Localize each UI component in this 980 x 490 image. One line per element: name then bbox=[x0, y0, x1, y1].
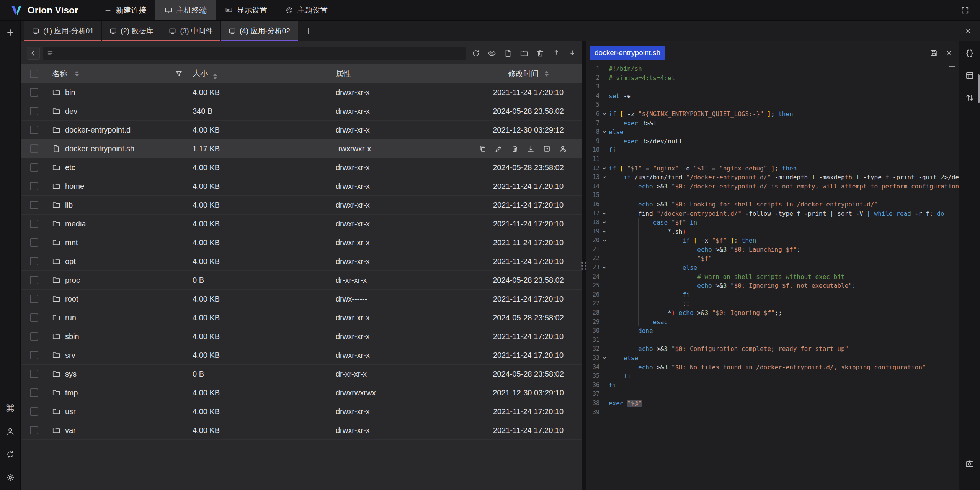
row-action-copy-button[interactable] bbox=[477, 143, 488, 154]
file-row-mnt[interactable]: mnt4.00 KBdrwxr-xr-x2021-11-24 17:20:10 bbox=[21, 233, 582, 252]
save-button[interactable] bbox=[928, 47, 939, 59]
refresh-button[interactable] bbox=[469, 47, 482, 60]
file-row-opt[interactable]: opt4.00 KBdrwxr-xr-x2021-11-24 17:20:10 bbox=[21, 252, 582, 271]
settings-button[interactable] bbox=[3, 470, 18, 485]
row-checkbox[interactable] bbox=[30, 238, 38, 247]
column-header-name[interactable]: 名称 bbox=[52, 69, 67, 79]
screenshot-button[interactable] bbox=[962, 456, 977, 471]
fullscreen-button[interactable] bbox=[959, 4, 972, 17]
row-action-edit-button[interactable] bbox=[493, 143, 504, 154]
back-button[interactable] bbox=[27, 47, 40, 60]
file-row-usr[interactable]: usr4.00 KBdrwxr-xr-x2021-11-24 17:20:10 bbox=[21, 402, 582, 421]
fold-toggle-icon[interactable] bbox=[599, 173, 609, 182]
file-row-media[interactable]: media4.00 KBdrwxr-xr-x2021-11-24 17:20:1… bbox=[21, 215, 582, 233]
show-hidden-button[interactable] bbox=[485, 47, 498, 60]
column-header-size[interactable]: 大小 bbox=[193, 69, 208, 77]
path-input[interactable] bbox=[43, 47, 466, 60]
row-action-move-button[interactable] bbox=[541, 143, 552, 154]
row-checkbox[interactable] bbox=[30, 88, 38, 97]
brand[interactable]: Orion Visor bbox=[10, 4, 78, 17]
menu-item-new-connection[interactable]: 新建连接 bbox=[95, 0, 155, 20]
row-checkbox[interactable] bbox=[30, 276, 38, 284]
file-name[interactable]: home bbox=[65, 182, 84, 191]
row-checkbox[interactable] bbox=[30, 107, 38, 115]
row-checkbox[interactable] bbox=[30, 370, 38, 378]
fold-toggle-icon[interactable] bbox=[599, 128, 609, 137]
row-checkbox[interactable] bbox=[30, 351, 38, 359]
file-name[interactable]: tmp bbox=[65, 388, 78, 397]
file-name[interactable]: run bbox=[65, 313, 76, 322]
open-file-badge[interactable]: docker-entrypoint.sh bbox=[590, 46, 665, 60]
file-row-tmp[interactable]: tmp4.00 KBdrwxrwxrwx2021-12-30 03:29:10 bbox=[21, 383, 582, 402]
row-checkbox[interactable] bbox=[30, 201, 38, 209]
file-row-dev[interactable]: dev340 Bdrwxr-xr-x2024-05-28 23:58:02 bbox=[21, 102, 582, 121]
file-row-home[interactable]: home4.00 KBdrwxr-xr-x2021-11-24 17:20:10 bbox=[21, 177, 582, 196]
row-checkbox[interactable] bbox=[30, 182, 38, 190]
file-row-proc[interactable]: proc0 Bdr-xr-xr-x2024-05-28 23:58:02 bbox=[21, 271, 582, 290]
fold-toggle-icon[interactable] bbox=[599, 236, 609, 245]
row-checkbox[interactable] bbox=[30, 144, 38, 153]
file-name[interactable]: docker-entrypoint.d bbox=[65, 126, 131, 134]
row-checkbox[interactable] bbox=[30, 126, 38, 134]
terminal-tab[interactable]: (2) 数据库 bbox=[102, 21, 162, 41]
fold-toggle-icon[interactable] bbox=[599, 354, 609, 363]
menu-item-display-settings[interactable]: 显示设置 bbox=[216, 0, 276, 20]
menu-item-theme-settings[interactable]: 主题设置 bbox=[276, 0, 337, 20]
menu-item-host-terminal[interactable]: 主机终端 bbox=[155, 0, 216, 20]
file-name[interactable]: lib bbox=[65, 201, 73, 210]
transfer-button[interactable] bbox=[3, 447, 18, 462]
file-name[interactable]: var bbox=[65, 426, 76, 435]
scrollbar-thumb[interactable] bbox=[978, 74, 980, 103]
new-connection-button[interactable] bbox=[3, 25, 18, 40]
row-checkbox[interactable] bbox=[30, 332, 38, 341]
file-row-etc[interactable]: etc4.00 KBdrwxr-xr-x2024-05-28 23:58:02 bbox=[21, 158, 582, 177]
file-list-button[interactable] bbox=[962, 68, 977, 83]
file-name[interactable]: docker-entrypoint.sh bbox=[65, 144, 134, 153]
row-checkbox[interactable] bbox=[30, 295, 38, 303]
filter-name-button[interactable] bbox=[173, 69, 185, 79]
upload-button[interactable] bbox=[550, 47, 563, 60]
editor-settings-button[interactable] bbox=[962, 46, 977, 61]
file-row-sys[interactable]: sys0 Bdr-xr-xr-x2024-05-28 23:58:02 bbox=[21, 365, 582, 383]
file-name[interactable]: dev bbox=[65, 107, 77, 116]
file-name[interactable]: sys bbox=[65, 370, 77, 379]
file-name[interactable]: sbin bbox=[65, 332, 79, 341]
fold-toggle-icon[interactable] bbox=[599, 218, 609, 227]
file-row-sbin[interactable]: sbin4.00 KBdrwxr-xr-x2021-11-24 17:20:10 bbox=[21, 327, 582, 346]
path-input-field[interactable] bbox=[57, 49, 462, 57]
file-name[interactable]: usr bbox=[65, 407, 76, 416]
row-action-permission-button[interactable] bbox=[557, 143, 568, 154]
select-all-checkbox[interactable] bbox=[30, 70, 38, 78]
fold-toggle-icon[interactable] bbox=[599, 110, 609, 119]
file-name[interactable]: proc bbox=[65, 276, 80, 285]
file-name[interactable]: root bbox=[65, 295, 78, 303]
sort-mtime-control[interactable] bbox=[545, 71, 549, 77]
row-action-delete-button[interactable] bbox=[509, 143, 520, 154]
fold-toggle-icon[interactable] bbox=[599, 209, 609, 218]
download-button[interactable] bbox=[566, 47, 579, 60]
file-row-docker-entrypoint.sh[interactable]: docker-entrypoint.sh1.17 KB-rwxrwxr-x bbox=[21, 139, 582, 158]
new-folder-button[interactable] bbox=[518, 47, 531, 60]
file-row-lib[interactable]: lib4.00 KBdrwxr-xr-x2021-11-24 17:20:10 bbox=[21, 196, 582, 215]
new-tab-button[interactable] bbox=[302, 25, 315, 38]
code-editor[interactable]: 1#!/bin/sh2# vim:sw=4:ts=4:et34set -e56i… bbox=[586, 64, 959, 490]
file-name[interactable]: etc bbox=[65, 163, 75, 172]
file-row-run[interactable]: run4.00 KBdrwxr-xr-x2024-05-28 23:58:02 bbox=[21, 308, 582, 327]
file-row-var[interactable]: var4.00 KBdrwxr-xr-x2021-11-24 17:20:10 bbox=[21, 421, 582, 440]
row-checkbox[interactable] bbox=[30, 313, 38, 322]
file-name[interactable]: srv bbox=[65, 351, 75, 360]
row-checkbox[interactable] bbox=[30, 257, 38, 265]
file-row-docker-entrypoint.d[interactable]: docker-entrypoint.d4.00 KBdrwxr-xr-x2021… bbox=[21, 121, 582, 139]
fold-toggle-icon[interactable] bbox=[599, 263, 609, 272]
commands-button[interactable]: ⌘ bbox=[3, 401, 18, 416]
file-row-bin[interactable]: bin4.00 KBdrwxr-xr-x2021-11-24 17:20:10 bbox=[21, 83, 582, 102]
sort-name-control[interactable] bbox=[75, 71, 79, 77]
delete-button[interactable] bbox=[534, 47, 547, 60]
file-row-srv[interactable]: srv4.00 KBdrwxr-xr-x2021-11-24 17:20:10 bbox=[21, 346, 582, 365]
close-editor-button[interactable] bbox=[943, 47, 955, 59]
file-name[interactable]: bin bbox=[65, 88, 75, 97]
fold-toggle-icon[interactable] bbox=[599, 164, 609, 173]
fold-toggle-icon[interactable] bbox=[599, 227, 609, 236]
row-action-download-button[interactable] bbox=[525, 143, 536, 154]
close-panel-button[interactable] bbox=[962, 25, 975, 38]
